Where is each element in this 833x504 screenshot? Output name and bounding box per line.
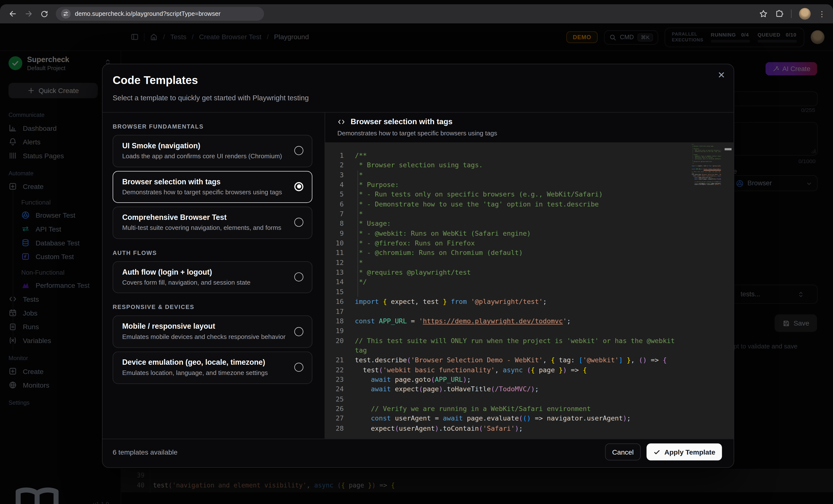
template-description: Emulates location, language, and timezon… bbox=[122, 369, 286, 377]
line-number: 12 bbox=[325, 259, 344, 268]
line-number: 27 bbox=[325, 414, 344, 424]
template-section-label: BROWSER FUNDAMENTALS bbox=[113, 123, 312, 129]
template-radio[interactable] bbox=[294, 363, 303, 372]
cancel-button[interactable]: Cancel bbox=[605, 443, 641, 460]
line-number: 9 bbox=[325, 230, 344, 239]
line-number: 23 bbox=[325, 376, 344, 385]
template-title: UI Smoke (navigation) bbox=[122, 141, 286, 150]
template-card-browser-selection-with-tags[interactable]: Browser selection with tagsDemonstrates … bbox=[113, 171, 312, 203]
line-number: 2 bbox=[325, 161, 344, 171]
template-description: Emulates mobile devices and checks respo… bbox=[122, 333, 286, 341]
template-card-comprehensive-browser-test[interactable]: Comprehensive Browser TestMulti-test sui… bbox=[113, 207, 312, 239]
line-number: 28 bbox=[325, 424, 344, 434]
back-icon[interactable] bbox=[8, 9, 17, 18]
line-number: 3 bbox=[325, 171, 344, 181]
template-description: Multi-test suite covering navigation, el… bbox=[122, 224, 286, 233]
template-title: Comprehensive Browser Test bbox=[122, 213, 286, 221]
browser-menu-icon[interactable]: ⋮ bbox=[818, 9, 826, 18]
line-number: 22 bbox=[325, 366, 344, 376]
line-number: 4 bbox=[325, 181, 344, 190]
template-title: Browser selection with tags bbox=[122, 177, 286, 186]
template-title: Mobile / responsive layout bbox=[122, 322, 286, 331]
extensions-icon[interactable] bbox=[775, 9, 784, 18]
code-icon bbox=[337, 118, 346, 126]
browser-chrome: demo.supercheck.io/playground?scriptType… bbox=[0, 4, 833, 23]
line-number: 1 bbox=[325, 151, 344, 161]
line-number: 26 bbox=[325, 405, 344, 414]
line-number: 11 bbox=[325, 249, 344, 259]
reload-icon[interactable] bbox=[41, 10, 48, 18]
template-card-auth-flow-login-logout-[interactable]: Auth flow (login + logout)Covers form fi… bbox=[113, 261, 312, 293]
line-number: 5 bbox=[325, 190, 344, 200]
line-number: 25 bbox=[325, 395, 344, 405]
site-info-icon[interactable] bbox=[61, 9, 71, 19]
template-title: Device emulation (geo, locale, timezone) bbox=[122, 358, 286, 366]
close-icon[interactable]: ✕ bbox=[717, 70, 725, 81]
template-section-label: AUTH FLOWS bbox=[113, 249, 312, 256]
template-radio[interactable] bbox=[294, 218, 303, 227]
template-radio[interactable] bbox=[294, 146, 303, 155]
template-description: Demonstrates how to target specific brow… bbox=[122, 188, 286, 196]
template-list: BROWSER FUNDAMENTALSUI Smoke (navigation… bbox=[113, 113, 312, 387]
forward-icon[interactable] bbox=[24, 9, 33, 18]
template-section-label: RESPONSIVE & DEVICES bbox=[113, 304, 312, 310]
template-card-ui-smoke-navigation-[interactable]: UI Smoke (navigation)Loads the app and c… bbox=[113, 135, 312, 167]
line-number: 16 bbox=[325, 297, 344, 307]
line-number: 8 bbox=[325, 220, 344, 230]
dialog-title: Code Templates bbox=[113, 74, 198, 87]
template-description: Covers form fill, navigation, and sessio… bbox=[122, 279, 286, 287]
template-card-device-emulation-geo-locale-timezone-[interactable]: Device emulation (geo, locale, timezone)… bbox=[113, 352, 312, 384]
template-radio[interactable] bbox=[294, 272, 303, 282]
line-number: 19 bbox=[325, 327, 344, 336]
code-templates-dialog: Code Templates Select a template to quic… bbox=[102, 64, 734, 468]
line-number: 14 bbox=[325, 278, 344, 288]
url-text: demo.supercheck.io/playground?scriptType… bbox=[75, 11, 221, 17]
line-number: 17 bbox=[325, 307, 344, 317]
line-number: 15 bbox=[325, 288, 344, 297]
line-number: 20 bbox=[325, 336, 344, 346]
bookmark-star-icon[interactable] bbox=[759, 9, 768, 18]
line-number: 18 bbox=[325, 317, 344, 327]
template-radio[interactable] bbox=[294, 182, 303, 191]
dialog-subtitle: Select a template to quickly get started… bbox=[113, 94, 309, 102]
template-radio[interactable] bbox=[294, 327, 303, 336]
chrome-divider bbox=[791, 9, 792, 18]
line-number: 6 bbox=[325, 200, 344, 210]
template-description: Loads the app and confirms core UI rende… bbox=[122, 152, 286, 161]
check-icon bbox=[653, 449, 660, 455]
line-number: 7 bbox=[325, 210, 344, 220]
preview-subtitle: Demonstrates how to target specific brow… bbox=[337, 129, 497, 137]
preview-title: Browser selection with tags bbox=[351, 117, 453, 126]
template-title: Auth flow (login + logout) bbox=[122, 268, 286, 276]
scrollbar-thumb[interactable] bbox=[724, 148, 732, 150]
template-card-mobile-responsive-layout[interactable]: Mobile / responsive layoutEmulates mobil… bbox=[113, 315, 312, 348]
url-bar[interactable]: demo.supercheck.io/playground?scriptType… bbox=[56, 7, 264, 21]
browser-profile-avatar[interactable] bbox=[799, 8, 811, 20]
line-number: 10 bbox=[325, 239, 344, 249]
viewport: demo.supercheck.io/playground?scriptType… bbox=[0, 0, 833, 504]
line-number: 21 bbox=[325, 356, 344, 366]
apply-template-button[interactable]: Apply Template bbox=[646, 443, 722, 460]
code-preview: 1/**2 * Browser selection using tags.3 *… bbox=[325, 142, 734, 439]
templates-count: 6 templates available bbox=[113, 448, 177, 456]
line-number: 24 bbox=[325, 385, 344, 395]
line-number: 13 bbox=[325, 268, 344, 278]
minimap[interactable]: /** * Browser selection using tags. * * … bbox=[681, 144, 721, 190]
